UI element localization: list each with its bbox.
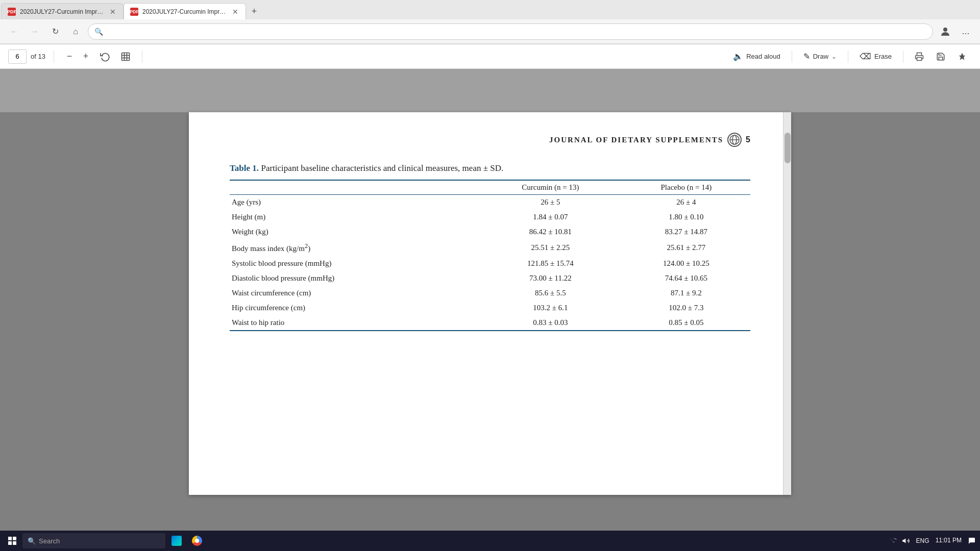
pdf-toolbar: of 13 − + 🔈 Read aloud ✎ Draw ⌄ ⌫ Erase [0, 44, 980, 69]
tab-2-close[interactable]: ✕ [231, 7, 239, 16]
table-row: Waist circumference (cm)85.6 ± 5.587.1 ±… [230, 286, 750, 300]
journal-logo [727, 133, 742, 147]
table-cell-curcumin: 25.51 ± 2.25 [479, 239, 622, 256]
table-cell-label: Waist circumference (cm) [230, 286, 479, 300]
col-header-label [230, 180, 479, 195]
print-icon [915, 52, 924, 61]
table-label: Table 1. [230, 163, 259, 173]
back-button[interactable]: ← [6, 23, 22, 40]
table-row: Waist to hip ratio0.83 ± 0.030.85 ± 0.05 [230, 315, 750, 331]
new-tab-button[interactable]: + [246, 3, 262, 19]
table-title: Table 1. Participant baseline characteri… [230, 163, 750, 173]
table-cell-placebo: 26 ± 4 [622, 195, 750, 210]
pin-icon [958, 52, 967, 61]
pdf-toolbar-right: 🔈 Read aloud ✎ Draw ⌄ ⌫ Erase [728, 48, 972, 65]
draw-label: Draw [813, 53, 828, 60]
journal-name: JOURNAL OF DIETARY SUPPLEMENTS [549, 136, 723, 144]
tab-2-title: 2020JULY27-Curcumin Improves [142, 8, 227, 15]
taskbar-search-icon: 🔍 [28, 537, 36, 545]
home-button[interactable]: ⌂ [67, 23, 84, 40]
table-cell-label: Hip circumference (cm) [230, 300, 479, 315]
separator-3 [792, 51, 792, 63]
pdf-content-area: JOURNAL OF DIETARY SUPPLEMENTS 5 Table 1… [0, 69, 980, 531]
taskbar-search-label: Search [39, 537, 60, 545]
edge-logo-icon [172, 536, 182, 546]
table-cell-placebo: 25.61 ± 2.77 [622, 239, 750, 256]
network-icon [890, 537, 898, 545]
svg-rect-1 [121, 53, 129, 60]
save-icon [936, 52, 945, 61]
table-cell-placebo: 74.64 ± 10.65 [622, 271, 750, 286]
table-cell-curcumin: 103.2 ± 6.1 [479, 300, 622, 315]
tab-2[interactable]: PDF 2020JULY27-Curcumin Improves ✕ [124, 3, 246, 19]
table-cell-placebo: 1.80 ± 0.10 [622, 210, 750, 224]
taskbar-right: ENG 11:01 PM [890, 537, 976, 545]
read-aloud-button[interactable]: 🔈 Read aloud [728, 48, 786, 65]
read-aloud-icon: 🔈 [733, 52, 743, 61]
more-options-button[interactable]: ... [958, 23, 974, 40]
data-table: Curcumin (n = 13) Placebo (n = 14) Age (… [230, 180, 750, 331]
refresh-button[interactable]: ↻ [47, 23, 63, 40]
table-cell-label: Height (m) [230, 210, 479, 224]
address-input[interactable] [106, 28, 926, 36]
table-cell-placebo: 0.85 ± 0.05 [622, 315, 750, 331]
table-cell-curcumin: 121.85 ± 15.74 [479, 256, 622, 271]
fit-button[interactable] [117, 48, 134, 65]
tab-1-title: 2020JULY27-Curcumin Improves [20, 8, 105, 15]
forward-button[interactable]: → [27, 23, 43, 40]
save-button[interactable] [931, 48, 950, 65]
table-row: Height (m)1.84 ± 0.071.80 ± 0.10 [230, 210, 750, 224]
svg-rect-6 [917, 57, 922, 60]
tab-1[interactable]: PDF 2020JULY27-Curcumin Improves ✕ [1, 3, 124, 19]
taskbar-search[interactable]: 🔍 Search [22, 533, 165, 548]
svg-point-0 [943, 28, 947, 32]
address-bar[interactable]: 🔍 [88, 23, 933, 40]
pdf-gray-band [0, 69, 980, 112]
right-scrollbar[interactable] [783, 112, 791, 495]
page-number-input[interactable] [8, 49, 27, 64]
page-of-label: of 13 [31, 53, 45, 60]
start-button[interactable] [4, 533, 20, 549]
table-cell-label: Age (yrs) [230, 195, 479, 210]
search-icon: 🔍 [94, 28, 103, 36]
svg-marker-10 [902, 538, 905, 543]
tab-1-close[interactable]: ✕ [109, 7, 117, 16]
table-caption: Participant baseline characteristics and… [261, 163, 503, 173]
tab-2-icon: PDF [130, 8, 138, 16]
notification-icon[interactable] [968, 537, 976, 545]
table-cell-label: Systolic blood pressure (mmHg) [230, 256, 479, 271]
zoom-in-button[interactable]: + [79, 49, 93, 64]
taskbar-time-display: 11:01 PM [936, 537, 962, 545]
table-header-row: Curcumin (n = 13) Placebo (n = 14) [230, 180, 750, 195]
browser-chrome: PDF 2020JULY27-Curcumin Improves ✕ PDF 2… [0, 0, 980, 44]
table-cell-curcumin: 86.42 ± 10.81 [479, 224, 622, 239]
draw-icon: ✎ [803, 52, 810, 61]
table-cell-placebo: 83.27 ± 14.87 [622, 224, 750, 239]
rotate-button[interactable] [97, 48, 113, 65]
journal-header: JOURNAL OF DIETARY SUPPLEMENTS 5 [230, 133, 750, 147]
table-cell-label: Body mass index (kg/m2) [230, 239, 479, 256]
journal-logo-icon [729, 135, 740, 145]
separator-5 [903, 51, 903, 63]
pin-button[interactable] [952, 48, 972, 65]
erase-label: Erase [874, 53, 892, 60]
table-row: Hip circumference (cm)103.2 ± 6.1102.0 ±… [230, 300, 750, 315]
draw-button[interactable]: ✎ Draw ⌄ [798, 48, 842, 65]
profile-button[interactable] [937, 23, 953, 40]
table-cell-label: Weight (kg) [230, 224, 479, 239]
taskbar-language: ENG [916, 537, 929, 544]
address-bar-row: ← → ↻ ⌂ 🔍 ... [0, 19, 980, 44]
zoom-out-button[interactable]: − [62, 49, 77, 64]
print-button[interactable] [910, 48, 929, 65]
taskbar-edge-icon[interactable] [167, 532, 186, 550]
erase-button[interactable]: ⌫ Erase [854, 48, 897, 65]
table-cell-label: Waist to hip ratio [230, 315, 479, 331]
volume-icon [902, 537, 910, 545]
table-cell-placebo: 124.00 ± 10.25 [622, 256, 750, 271]
taskbar-chrome-icon[interactable] [188, 532, 206, 550]
col-header-placebo: Placebo (n = 14) [622, 180, 750, 195]
separator-2 [142, 51, 142, 63]
tab-bar: PDF 2020JULY27-Curcumin Improves ✕ PDF 2… [0, 0, 980, 19]
pdf-page: JOURNAL OF DIETARY SUPPLEMENTS 5 Table 1… [189, 112, 791, 495]
separator-1 [54, 51, 54, 63]
